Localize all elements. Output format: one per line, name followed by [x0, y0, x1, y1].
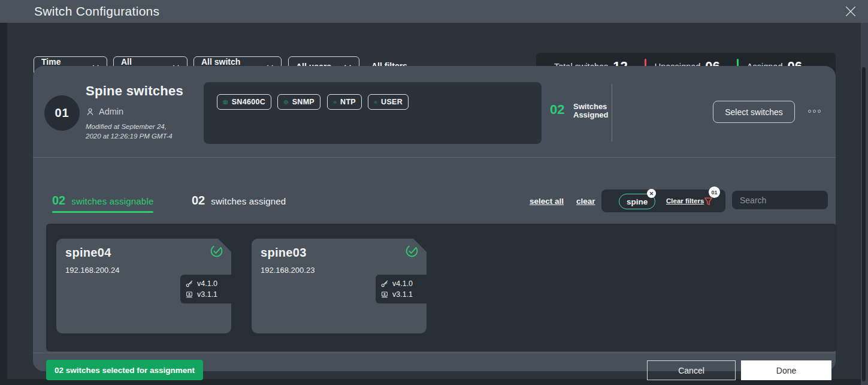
fw-version: v3.1.1: [392, 290, 413, 299]
search-box: [732, 191, 828, 209]
tag-label: NTP: [340, 98, 356, 106]
tag-label: SN4600C: [232, 98, 265, 106]
tag-ntp[interactable]: NTP: [327, 94, 362, 110]
key-icon: [185, 279, 193, 288]
gear-icon: [333, 98, 337, 107]
selection-summary-banner: 02 switches selected for assignment: [46, 360, 203, 380]
switch-name: spine04: [65, 246, 111, 260]
page-title: Switch Configurations: [34, 4, 159, 19]
close-button[interactable]: [842, 3, 860, 20]
selected-check-icon[interactable]: [404, 243, 419, 261]
select-all-link[interactable]: select all: [530, 197, 564, 206]
search-input[interactable]: [740, 195, 848, 205]
remove-chip-icon[interactable]: ✕: [647, 189, 656, 198]
tag-snmp[interactable]: SNMP: [277, 94, 320, 110]
active-filters-bar: spine ✕ Clear filters 01: [601, 190, 725, 212]
os-version-row: v4.1.0: [380, 279, 427, 288]
switch-rack-icon: [223, 98, 228, 107]
clear-link[interactable]: clear: [576, 197, 595, 206]
fw-version-row: v3.1.1: [380, 290, 427, 299]
group-modified-timestamp: Modified at September 24, 2020 at 12:26:…: [86, 122, 173, 141]
switch-cards-area: spine04 192.168.200.24 v4.1.0 v3.1.1: [46, 224, 837, 351]
switch-group-panel: 01 Spine switches Admin Modified at Sept…: [33, 66, 836, 371]
switch-name: spine03: [261, 246, 307, 260]
tag-label: USER: [381, 98, 403, 106]
tag-user[interactable]: USER: [368, 94, 409, 110]
version-box: v4.1.0 v3.1.1: [376, 275, 427, 303]
tab-switches-assigned[interactable]: 02 switches assigned: [192, 194, 286, 207]
done-button[interactable]: Done: [741, 360, 831, 380]
selected-check-icon[interactable]: [209, 243, 224, 261]
divider: [33, 353, 836, 353]
firmware-icon: [185, 290, 193, 299]
fw-version-row: v3.1.1: [185, 290, 231, 299]
os-version: v4.1.0: [392, 279, 413, 288]
clear-filters-link[interactable]: Clear filters: [666, 197, 704, 204]
funnel-filter-icon[interactable]: [703, 196, 713, 209]
assigned-count: 02: [550, 102, 564, 118]
fw-version: v3.1.1: [197, 290, 217, 299]
divider: [33, 157, 836, 158]
assigned-count-label: Switches Assigned: [573, 103, 609, 119]
divider: [612, 84, 612, 142]
tab-label: switches assigned: [211, 196, 286, 206]
tab-count: 02: [192, 194, 205, 207]
cancel-button[interactable]: Cancel: [647, 360, 736, 380]
switch-ip: 192.168.200.23: [261, 266, 314, 275]
switch-card-spine04[interactable]: spine04 192.168.200.24 v4.1.0 v3.1.1: [56, 239, 231, 333]
more-options-icon[interactable]: [808, 110, 821, 113]
tab-label: switches assignable: [71, 196, 153, 206]
group-index-badge: 01: [44, 95, 80, 131]
dialog-titlebar: Switch Configurations: [0, 0, 868, 23]
tab-count: 02: [52, 194, 65, 207]
person-icon: [86, 107, 95, 116]
select-switches-button[interactable]: Select switches: [713, 101, 795, 123]
group-owner: Admin: [86, 107, 123, 116]
gear-icon: [283, 98, 289, 107]
tag-label: SNMP: [292, 98, 314, 106]
firmware-icon: [380, 290, 389, 299]
tab-switches-assignable[interactable]: 02 switches assignable: [52, 194, 153, 207]
scrollbar-track[interactable]: [861, 23, 868, 385]
tag-sn4600c[interactable]: SN4600C: [217, 94, 271, 110]
os-version-row: v4.1.0: [185, 279, 231, 288]
scrollbar-thumb[interactable]: [862, 67, 866, 381]
version-box: v4.1.0 v3.1.1: [180, 275, 231, 303]
gear-icon: [374, 98, 377, 107]
switch-ip: 192.168.200.24: [65, 266, 119, 275]
os-version: v4.1.0: [197, 279, 217, 288]
filter-count-badge: 01: [709, 187, 720, 198]
key-icon: [380, 279, 389, 288]
config-tags-box: SN4600C SNMP NTP USER: [204, 82, 542, 144]
dialog-body: Time Range All switches All switch types…: [7, 23, 868, 379]
switch-card-spine03[interactable]: spine03 192.168.200.23 v4.1.0 v3.1.1: [252, 239, 427, 333]
owner-name: Admin: [99, 107, 123, 116]
group-title: Spine switches: [86, 83, 183, 99]
close-icon: [844, 5, 857, 18]
active-tab-underline: [52, 211, 153, 213]
